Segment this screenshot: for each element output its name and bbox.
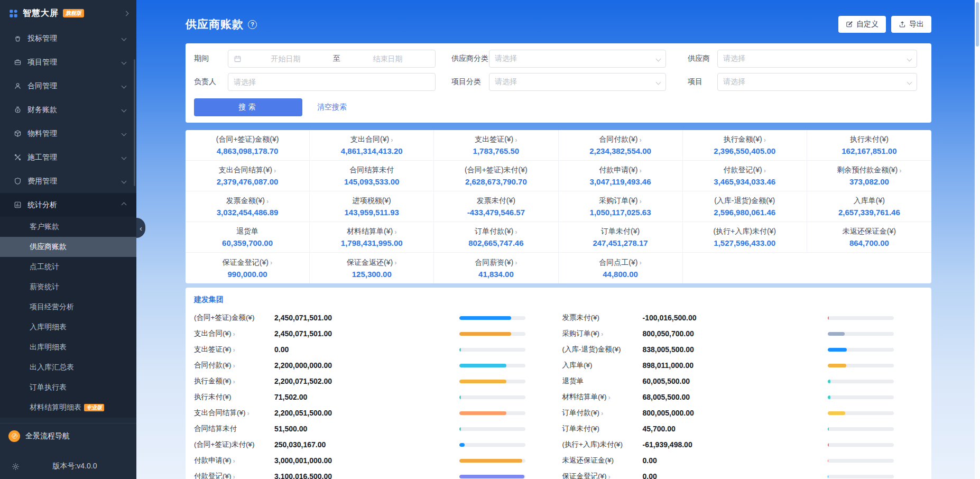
stat-value[interactable]: 2,379,476,087.00 [217,177,279,186]
stat-value[interactable]: 125,300.00 [352,270,392,279]
stat-cell: 订单未付(¥) 247,451,278.17 [559,222,683,253]
menu-icon [14,177,22,185]
stat-value[interactable]: 41,834.00 [478,270,514,279]
stat-value[interactable]: 162,167,851.00 [842,146,896,155]
owner-select[interactable] [228,73,436,91]
menu-item[interactable]: 统计分析 [0,193,136,217]
owner-input[interactable] [234,78,430,86]
stat-label-text: 材料结算单(¥) [347,227,393,236]
drill-arrow-icon[interactable] [233,330,235,338]
stat-value[interactable]: 1,783,765.50 [473,146,520,155]
stat-label: 退货单 [236,227,258,236]
supplier-select[interactable]: 请选择 [717,50,917,68]
submenu-item[interactable]: 出入库汇总表 [0,357,136,377]
stat-value[interactable]: 2,628,673,790.70 [465,177,527,186]
menu-item[interactable]: 施工管理 [0,145,136,169]
stat-value[interactable]: 2,396,550,405.00 [714,146,775,155]
stat-value[interactable]: 1,798,431,995.00 [341,238,403,247]
stat-value[interactable]: 3,047,119,493.46 [590,177,651,186]
drill-arrow-icon[interactable] [233,473,235,479]
menu-item[interactable]: 合同管理 [0,74,136,98]
metric-label-text: 支出合同(¥) [194,329,232,338]
sidebar-scrollbar[interactable] [134,59,135,186]
submenu-item[interactable]: 供应商账款 [0,237,136,257]
stat-value[interactable]: 3,465,934,033.46 [714,177,775,186]
clear-search-link[interactable]: 清空搜索 [317,103,347,112]
stat-value[interactable]: 1,050,117,025.63 [590,208,651,217]
stat-value[interactable]: 4,861,314,413.20 [341,146,403,155]
vertical-scrollbar[interactable] [975,0,980,479]
stat-value[interactable]: 2,234,382,554.00 [589,146,651,155]
search-button[interactable]: 搜索 [194,98,302,116]
stat-value[interactable]: -433,479,546.57 [467,208,525,217]
menu-item[interactable]: 费用管理 [0,169,136,193]
drill-arrow-icon[interactable] [233,362,235,370]
submenu-item[interactable]: 材料结算明细表 专业版 [0,398,136,418]
supplier-metric-row: 付款申请(¥) 3,000,001,000.00 [194,453,555,468]
metric-value: -61,939,498.00 [643,440,828,449]
menu-item[interactable]: 投标管理 [0,26,136,50]
submenu-item[interactable]: 项目经营分析 [0,297,136,317]
submenu-item[interactable]: 订单执行表 [0,377,136,398]
project-category-select[interactable]: 请选择 [489,73,666,91]
drill-arrow-icon[interactable] [233,377,235,385]
metric-label: 合同结算未付 [194,424,274,434]
stat-value[interactable]: 3,032,454,486.89 [217,208,279,217]
chevron-right-icon[interactable] [124,11,129,16]
customize-button[interactable]: 自定义 [838,16,886,33]
stat-value[interactable]: 990,000.00 [228,270,267,279]
drill-arrow-icon[interactable] [601,330,603,338]
scrollbar-thumb[interactable] [976,2,979,47]
metric-label: 支出合同(¥) [194,329,274,338]
pro-badge: 专业版 [84,404,104,411]
metric-label-text: (合同+签证)未付(¥) [194,440,254,449]
drill-arrow-icon[interactable] [247,409,249,417]
help-icon[interactable] [248,20,257,29]
drill-arrow-icon[interactable] [233,346,235,354]
start-date-input[interactable] [244,54,328,63]
metric-progress-fill [459,427,461,431]
supplier-label: 供应商 [688,54,717,63]
stat-value[interactable]: 864,700.00 [849,238,889,247]
stat-value[interactable]: 44,800.00 [603,270,638,279]
stat-value[interactable]: 373,082.00 [849,177,889,186]
stat-value[interactable]: 1,527,596,433.00 [714,238,775,247]
supplier-name-link[interactable]: 建发集团 [194,295,224,305]
export-button[interactable]: 导出 [891,16,931,33]
stat-value[interactable]: 2,596,980,061.46 [714,208,775,217]
sidebar-item-process-navigation[interactable]: 全景流程导航 [0,423,136,448]
stat-value[interactable]: 802,665,747.46 [468,238,523,247]
menu-item[interactable]: 项目管理 [0,50,136,74]
menu-item[interactable]: 物料管理 [0,122,136,145]
stat-value[interactable]: 60,359,700.00 [222,238,273,247]
stat-value[interactable]: 145,093,533.00 [344,177,399,186]
metric-label: 执行金额(¥) [194,376,274,386]
gear-icon[interactable] [12,463,20,471]
stat-value[interactable]: 247,451,278.17 [593,238,648,247]
project-select[interactable]: 请选择 [717,73,917,91]
stat-value[interactable]: 4,863,098,178.70 [217,146,279,155]
app-logo[interactable]: 智慧大屏 旗舰版 [0,0,136,26]
metric-progress-fill [459,459,522,463]
drill-arrow-icon[interactable] [601,409,603,417]
submenu-item[interactable]: 薪资统计 [0,277,136,297]
stat-label-text: 付款登记(¥) [724,165,762,175]
submenu-item[interactable]: 点工统计 [0,257,136,277]
date-range-picker[interactable]: 至 [228,50,436,68]
drill-arrow-icon[interactable] [233,457,235,465]
supplier-category-select[interactable]: 请选择 [489,50,666,68]
stat-value[interactable]: 143,959,511.93 [345,208,399,217]
metric-label: 付款申请(¥) [194,456,274,465]
stat-label: 合同付款(¥) [599,135,641,144]
drill-arrow-icon[interactable] [608,473,611,479]
end-date-input[interactable] [346,54,430,63]
metric-label-text: 支出签证(¥) [194,345,232,354]
submenu-item[interactable]: 入库明细表 [0,317,136,337]
supplier-metric-row: 付款登记(¥) 3,100,016,500.00 [194,468,555,479]
stat-value[interactable]: 2,657,339,761.46 [838,208,900,217]
submenu-item[interactable]: 客户账款 [0,217,136,237]
metric-progress-track [828,316,894,320]
drill-arrow-icon[interactable] [608,393,611,401]
menu-item[interactable]: 财务账款 [0,98,136,122]
submenu-item[interactable]: 出库明细表 [0,337,136,357]
